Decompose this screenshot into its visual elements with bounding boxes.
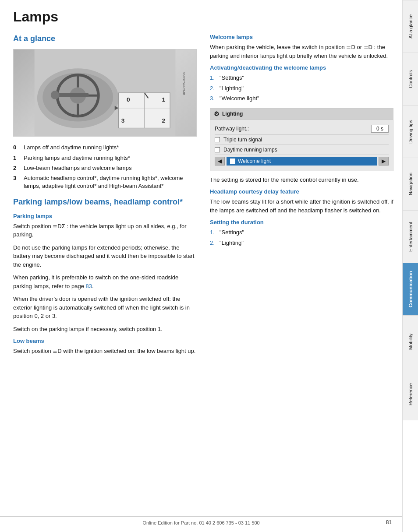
daytime-running-label: Daytime running lamps <box>223 147 389 153</box>
welcome-light-label: Welcome light <box>238 158 271 164</box>
step-1: 1. "Settings" <box>210 74 393 82</box>
low-beams-heading: Low beams <box>13 338 197 344</box>
daytime-running-row: Daytime running lamps <box>215 145 389 155</box>
welcome-light-row: ✓ Welcome light <box>227 157 377 166</box>
legend-item-0: 0 Lamps off and daytime running lights* <box>13 144 197 151</box>
nav-left-button[interactable]: ◀ <box>215 157 225 166</box>
footer: Online Edition for Part no. 01 40 2 606 … <box>0 516 402 525</box>
ui-titlebar: ⚙ Lighting <box>210 109 393 120</box>
pathway-light-row: Pathway light.: 0 s <box>215 123 389 135</box>
parking-lamps-text2: Do not use the parking lamps for extende… <box>13 243 197 269</box>
parking-lamps-text4: When the driver’s door is opened with th… <box>13 295 197 321</box>
sidebar-tab-mobility[interactable]: Mobility <box>403 315 418 368</box>
lighting-ui-screenshot: ⚙ Lighting Pathway light.: 0 s Triple tu… <box>210 108 393 171</box>
stored-text: The setting is stored for the remote con… <box>210 176 393 184</box>
welcome-lamps-text: When parking the vehicle, leave the swit… <box>210 43 393 60</box>
ui-title: Lighting <box>222 111 243 117</box>
low-beams-text: Switch position ≣D with the ignition swi… <box>13 347 197 356</box>
svg-text:1: 1 <box>162 96 165 103</box>
sidebar-tab-controls[interactable]: Controls <box>403 53 418 105</box>
ui-body: Pathway light.: 0 s Triple turn signal D… <box>210 120 393 171</box>
sidebar-tab-reference[interactable]: Reference <box>403 368 418 420</box>
activating-steps: 1. "Settings" 2. "Lighting" 3. "Welcome … <box>210 74 393 103</box>
pathway-light-value: 0 s <box>371 125 389 133</box>
svg-text:2: 2 <box>162 117 165 124</box>
page-83-link[interactable]: 83 <box>85 283 92 289</box>
welcome-light-checkbox: ✓ <box>230 159 235 164</box>
svg-point-10 <box>51 91 60 99</box>
daytime-running-checkbox <box>215 147 220 152</box>
setting-duration-heading: Setting the duration <box>210 219 393 225</box>
diagram-legend: 0 Lamps off and daytime running lights* … <box>13 144 197 190</box>
triple-turn-label: Triple turn signal <box>223 137 389 143</box>
ui-nav-row: ◀ ✓ Welcome light ▶ <box>215 155 389 167</box>
sidebar-tab-entertainment[interactable]: Entertainment <box>403 210 418 263</box>
step-3: 3. "Welcome light" <box>210 94 393 103</box>
legend-item-2: 2 Low-beam headlamps and welcome lamps <box>13 164 197 172</box>
welcome-lamps-heading: Welcome lamps <box>210 34 393 40</box>
duration-steps: 1. "Settings" 2. "Lighting" <box>210 228 393 247</box>
legend-item-1: 1 Parking lamps and daytime running ligh… <box>13 154 197 162</box>
headlamp-courtesy-heading: Headlamp courtesy delay feature <box>210 188 393 195</box>
sidebar: At a glance Controls Driving tips Naviga… <box>402 0 418 532</box>
parking-lamps-text1: Switch position ≣DΣ : the vehicle lamps … <box>13 222 197 239</box>
parking-lamps-heading: Parking lamps <box>13 213 197 219</box>
sidebar-tab-communication[interactable]: Communication <box>403 263 418 315</box>
lamp-diagram: 0 1 2 3 MW07544CMlf <box>13 49 197 137</box>
page-title: Lamps <box>13 9 393 25</box>
sidebar-tab-navigation[interactable]: Navigation <box>403 158 418 210</box>
duration-step-2: 2. "Lighting" <box>210 239 393 247</box>
triple-turn-checkbox <box>215 137 220 142</box>
sidebar-tab-at-a-glance[interactable]: At a glance <box>403 0 418 53</box>
at-a-glance-heading: At a glance <box>13 34 197 44</box>
diagram-watermark: MW07544CMlf <box>182 72 186 95</box>
nav-right-button[interactable]: ▶ <box>379 157 389 166</box>
sidebar-tab-driving-tips[interactable]: Driving tips <box>403 105 418 158</box>
parking-section-heading: Parking lamps/low beams, headlamp contro… <box>13 197 197 207</box>
step-2: 2. "Lighting" <box>210 84 393 93</box>
svg-rect-9 <box>56 93 89 97</box>
svg-text:3: 3 <box>121 117 125 124</box>
svg-text:0: 0 <box>127 96 130 103</box>
headlamp-courtesy-text: The low beams stay lit for a short while… <box>210 197 393 215</box>
pathway-light-label: Pathway light.: <box>215 126 368 132</box>
activating-heading: Activating/deactivating the welcome lamp… <box>210 64 393 71</box>
parking-lamps-text5: Switch on the parking lamps if necessary… <box>13 325 197 334</box>
lighting-icon: ⚙ <box>214 110 220 117</box>
duration-step-1: 1. "Settings" <box>210 228 393 237</box>
triple-turn-row: Triple turn signal <box>215 135 389 145</box>
legend-item-3: 3 Automatic headlamp control*, daytime r… <box>13 174 197 190</box>
parking-lamps-text3: When parking, it is preferable to switch… <box>13 273 197 290</box>
